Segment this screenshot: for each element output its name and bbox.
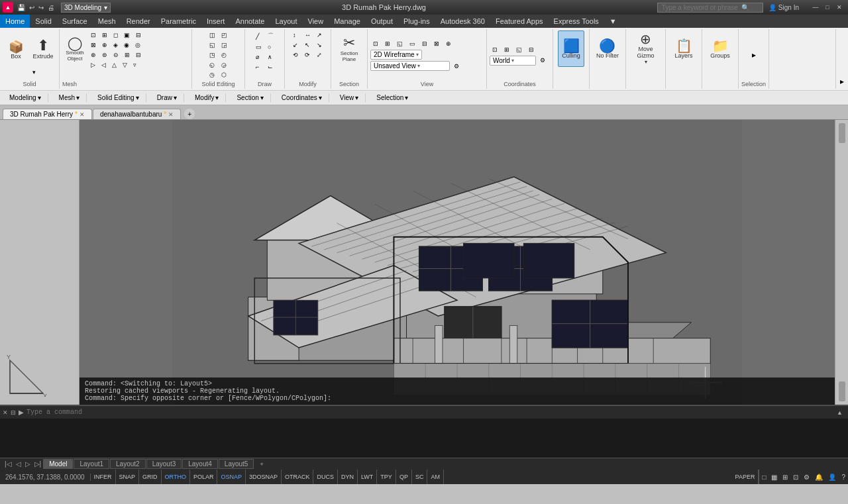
- menu-express-tools[interactable]: Express Tools: [549, 15, 604, 28]
- mod-btn-9[interactable]: ⤢: [314, 50, 325, 60]
- vp-btn-6[interactable]: ⊕: [443, 39, 454, 48]
- draw-btn-1[interactable]: ╱: [253, 30, 264, 42]
- toolbar2-draw-btn[interactable]: Draw ▾: [153, 93, 181, 102]
- status-infer[interactable]: INFER: [91, 470, 116, 484]
- menu-layout[interactable]: Layout: [270, 15, 302, 28]
- status-ducs[interactable]: DUCS: [313, 470, 338, 484]
- status-polar[interactable]: POLAR: [190, 470, 218, 484]
- menu-surface[interactable]: Surface: [57, 15, 93, 28]
- save-btn[interactable]: 💾: [16, 4, 26, 11]
- doc-tab-herry[interactable]: 3D Rumah Pak Herry * ✕: [3, 109, 92, 119]
- layout-nav-prev[interactable]: ◁: [14, 460, 23, 468]
- main-canvas[interactable]: — □ ✕: [80, 120, 835, 405]
- vp-btn-3[interactable]: ▭: [407, 39, 418, 48]
- annotation-btn[interactable]: ⊞: [780, 470, 790, 484]
- mod-btn-4[interactable]: ↙: [290, 40, 301, 50]
- mod-btn-3[interactable]: ↗: [314, 30, 325, 40]
- selection-expand-btn[interactable]: ▸: [749, 49, 759, 61]
- user-btn[interactable]: 👤: [825, 470, 839, 484]
- se-btn-3[interactable]: ◱: [207, 40, 218, 50]
- workspace-selector[interactable]: 3D Modeling ▾: [61, 3, 111, 13]
- se-btn-5[interactable]: ◳: [207, 50, 218, 60]
- menu-render[interactable]: Render: [121, 15, 156, 28]
- help-btn[interactable]: ?: [839, 470, 848, 484]
- menu-home[interactable]: Home: [0, 15, 30, 28]
- menu-plugins[interactable]: Plug-ins: [398, 15, 435, 28]
- groups-btn[interactable]: 📁 Groups: [707, 30, 733, 67]
- draw-btn-8[interactable]: ⌙: [265, 62, 276, 72]
- close-btn[interactable]: ✕: [833, 2, 845, 13]
- maximize-btn[interactable]: □: [822, 2, 833, 13]
- layers-btn[interactable]: 📋 Layers: [670, 30, 697, 67]
- tool-btn-10[interactable]: ◎: [132, 40, 143, 50]
- view-settings-btn[interactable]: ⚙: [451, 62, 462, 71]
- notification-btn[interactable]: 🔔: [812, 470, 825, 484]
- vp-btn-5[interactable]: ⊠: [431, 39, 442, 48]
- draw-btn-6[interactable]: ∧: [265, 52, 276, 62]
- extrude-button[interactable]: ⬆ Extrude: [30, 30, 56, 67]
- move-gizmo-btn[interactable]: ⊕ MoveGizmo ▾: [633, 30, 659, 67]
- doc-tab-denah-close[interactable]: ✕: [168, 111, 174, 118]
- se-btn-4[interactable]: ◲: [219, 40, 230, 50]
- toolbar2-solid-editing-btn[interactable]: Solid Editing ▾: [93, 93, 143, 102]
- menu-featured-apps[interactable]: Featured Apps: [490, 15, 549, 28]
- tool-btn-8[interactable]: ◈: [111, 40, 121, 50]
- se-btn-10[interactable]: ⬡: [219, 70, 230, 79]
- menu-annotate[interactable]: Annotate: [230, 15, 270, 28]
- se-btn-7[interactable]: ◵: [207, 60, 218, 70]
- command-scroll-up[interactable]: ▲: [834, 408, 845, 417]
- tool-btn-13[interactable]: ⊝: [111, 50, 121, 60]
- tool-btn-2[interactable]: ⊞: [99, 30, 110, 40]
- status-otrack[interactable]: OTRACK: [282, 470, 314, 484]
- viewport-grid-btn[interactable]: ▦: [768, 470, 780, 484]
- tool-btn-1[interactable]: ⊡: [88, 30, 99, 40]
- layout-tab-2[interactable]: Layout2: [110, 459, 146, 469]
- status-qp[interactable]: QP: [396, 470, 412, 484]
- se-btn-9[interactable]: ◷: [207, 70, 218, 79]
- draw-btn-5[interactable]: ⌀: [253, 52, 264, 62]
- draw-btn-2[interactable]: ⌒: [265, 30, 276, 42]
- tool-btn-14[interactable]: ⊞: [122, 50, 132, 60]
- tool-btn-11[interactable]: ⊛: [88, 50, 99, 60]
- toolbar2-mesh-btn[interactable]: Mesh ▾: [55, 93, 83, 102]
- se-btn-6[interactable]: ◴: [219, 50, 230, 60]
- wireframe-dropdown[interactable]: 2D Wireframe ▾: [370, 50, 422, 60]
- se-btn-1[interactable]: ◫: [207, 30, 218, 40]
- canvas-content[interactable]: [80, 120, 835, 405]
- se-btn-8[interactable]: ◶: [219, 60, 230, 70]
- tool-btn-12[interactable]: ⊜: [99, 50, 110, 60]
- status-tpy[interactable]: TPY: [377, 470, 396, 484]
- named-views-btn[interactable]: ⊡: [370, 39, 381, 48]
- no-filter-btn[interactable]: 🔵 No Filter: [594, 30, 621, 67]
- sign-in-btn[interactable]: 👤 Sign In: [768, 4, 799, 11]
- toolbar2-view-btn[interactable]: View ▾: [336, 93, 363, 102]
- menu-parametric[interactable]: Parametric: [156, 15, 201, 28]
- layout-nav-next[interactable]: ▷: [23, 460, 32, 468]
- menu-mesh[interactable]: Mesh: [93, 15, 121, 28]
- status-ortho[interactable]: ORTHO: [162, 470, 190, 484]
- mod-btn-5[interactable]: ↖: [302, 40, 313, 50]
- viewport-btn[interactable]: □: [759, 470, 768, 484]
- menu-manage[interactable]: Manage: [329, 15, 366, 28]
- redo-btn[interactable]: ↪: [37, 4, 45, 11]
- coord-btn-2[interactable]: ⊞: [502, 45, 512, 54]
- coord-btn-1[interactable]: ⊡: [490, 45, 500, 54]
- menu-more[interactable]: ▼: [604, 15, 622, 28]
- clear-command-btn[interactable]: ✕: [3, 409, 8, 416]
- tool-btn-7[interactable]: ⊕: [99, 40, 110, 50]
- culling-btn[interactable]: 🟦 Culling: [558, 30, 584, 67]
- coord-btn-3[interactable]: ◱: [513, 45, 525, 54]
- coord-btn-4[interactable]: ⊟: [526, 45, 537, 54]
- vp-btn-1[interactable]: ⊞: [382, 39, 393, 48]
- status-snap[interactable]: SNAP: [116, 470, 140, 484]
- status-lwt[interactable]: LWT: [358, 470, 377, 484]
- draw-btn-7[interactable]: ⌐: [253, 62, 264, 72]
- toolbar2-selection-btn[interactable]: Selection ▾: [372, 93, 412, 102]
- layout-tab-model[interactable]: Model: [43, 459, 73, 469]
- workspace-btn[interactable]: ⊡: [790, 470, 801, 484]
- tool-btn-9[interactable]: ◉: [121, 40, 132, 50]
- status-am[interactable]: AM: [427, 470, 444, 484]
- new-tab-btn[interactable]: +: [184, 109, 195, 119]
- unsaved-view-dropdown[interactable]: Unsaved View ▾: [370, 61, 450, 71]
- smooth-object-btn[interactable]: ◯ SmoothObject: [62, 30, 87, 67]
